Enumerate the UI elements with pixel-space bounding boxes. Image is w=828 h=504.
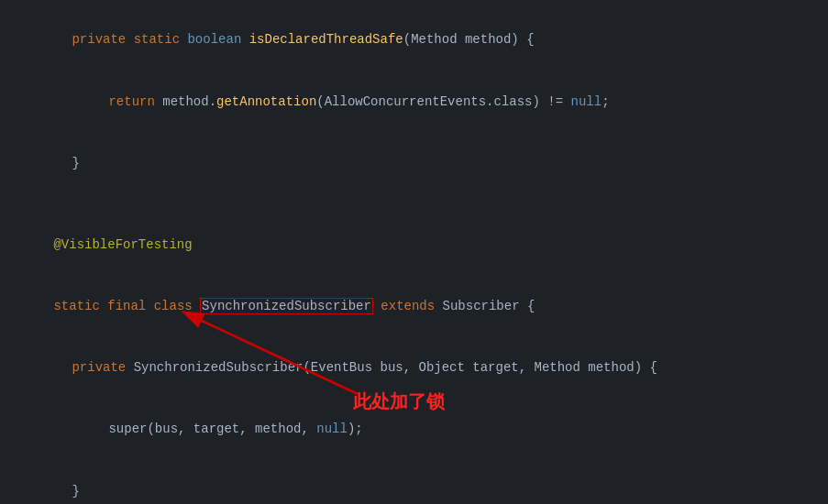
annotation-label: 此处加了锁 bbox=[353, 389, 445, 414]
code-line-3: } bbox=[0, 132, 828, 193]
code-line-1: private static boolean isDeclaredThreadS… bbox=[0, 9, 828, 71]
code-editor: private static boolean isDeclaredThreadS… bbox=[0, 0, 828, 504]
code-line-5: @VisibleForTesting bbox=[0, 214, 828, 276]
code-line-2: return method.getAnnotation(AllowConcurr… bbox=[0, 71, 828, 132]
code-line-4 bbox=[0, 194, 828, 214]
code-line-9: } bbox=[0, 460, 828, 504]
code-line-6: static final class SynchronizedSubscribe… bbox=[0, 276, 828, 337]
